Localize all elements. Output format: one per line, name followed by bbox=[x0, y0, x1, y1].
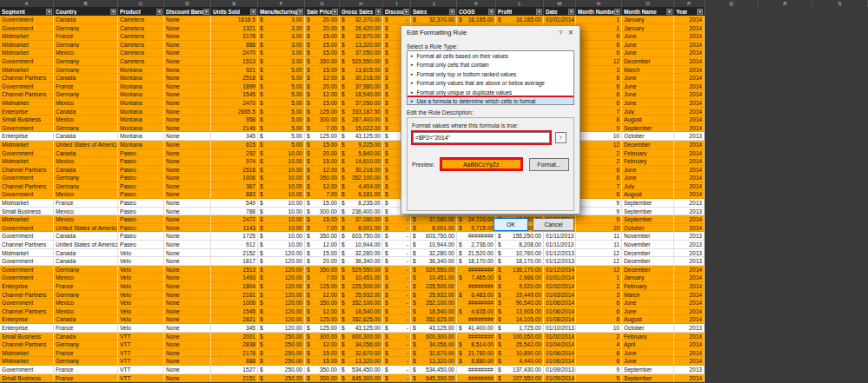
cell[interactable]: 11 bbox=[576, 232, 622, 241]
cell[interactable]: $5.00 bbox=[258, 108, 305, 116]
cell[interactable]: $12.00 bbox=[305, 340, 340, 349]
cell[interactable]: 01/06/2014 bbox=[544, 299, 576, 307]
cell[interactable]: 1493 bbox=[211, 274, 258, 282]
cell[interactable]: $5.00 bbox=[258, 83, 305, 91]
cell[interactable]: 9 bbox=[576, 215, 622, 224]
cell[interactable]: $4,635.00 bbox=[457, 307, 496, 316]
cell[interactable]: $10.00 bbox=[258, 182, 305, 191]
cell[interactable]: $125.00 bbox=[305, 132, 340, 141]
cell[interactable]: $10,890.00 bbox=[496, 349, 544, 358]
cell[interactable]: 6 bbox=[576, 90, 622, 99]
cell[interactable]: $5.00 bbox=[258, 90, 305, 99]
column-letter-R[interactable]: R bbox=[759, 0, 812, 7]
cell[interactable]: France bbox=[54, 324, 118, 333]
cell[interactable]: $600,300.00 bbox=[411, 333, 457, 341]
cell[interactable]: $225,500.00 bbox=[411, 282, 457, 291]
cell[interactable]: $3.00 bbox=[258, 49, 305, 57]
cell[interactable]: Paseo bbox=[118, 182, 164, 191]
cell[interactable]: $18,170.00 bbox=[496, 257, 544, 266]
cell[interactable]: $5.00 bbox=[258, 116, 305, 124]
cell[interactable]: France bbox=[54, 374, 118, 383]
cell[interactable]: None bbox=[164, 116, 211, 124]
cell[interactable]: Canada bbox=[54, 249, 118, 258]
cell[interactable]: November bbox=[622, 241, 674, 249]
cell[interactable]: $250.00 bbox=[258, 333, 305, 341]
cell[interactable]: 01/12/2013 bbox=[544, 257, 576, 266]
cell[interactable]: $10.00 bbox=[258, 241, 305, 249]
cell[interactable]: 6 bbox=[576, 299, 622, 307]
cell[interactable]: Carretera bbox=[118, 16, 164, 24]
cell[interactable]: February bbox=[622, 149, 674, 158]
cell[interactable]: $15.00 bbox=[305, 32, 340, 41]
cell[interactable]: VTT bbox=[118, 349, 164, 358]
cell[interactable]: $15.00 bbox=[305, 215, 340, 224]
cell[interactable]: None bbox=[164, 291, 211, 300]
header-sales[interactable]: Sales▼ bbox=[411, 7, 457, 16]
filter-icon[interactable]: ▼ bbox=[449, 9, 455, 15]
cell[interactable]: Channel Partners bbox=[0, 166, 54, 175]
cell[interactable]: 1006 bbox=[211, 299, 258, 307]
column-letter-S[interactable]: S bbox=[812, 0, 868, 7]
cell[interactable]: Paseo bbox=[118, 215, 164, 224]
cell[interactable]: 2838 bbox=[211, 340, 258, 349]
cell[interactable]: Government bbox=[0, 366, 54, 374]
cell[interactable]: Canada bbox=[54, 132, 118, 141]
cell[interactable]: Channel Partners bbox=[0, 340, 54, 349]
cell[interactable]: 883 bbox=[211, 190, 258, 199]
cell[interactable]: Velo bbox=[118, 249, 164, 258]
cell[interactable]: $352,100.00 bbox=[340, 299, 383, 307]
header-discount-band[interactable]: Discount Band▼ bbox=[164, 7, 211, 16]
cell[interactable]: $10.00 bbox=[258, 232, 305, 241]
cell[interactable]: 367 bbox=[211, 182, 258, 191]
cell[interactable]: $250.00 bbox=[258, 349, 305, 358]
cell[interactable]: Carretera bbox=[118, 49, 164, 57]
cell[interactable]: None bbox=[164, 141, 211, 149]
cell[interactable]: 6 bbox=[576, 41, 622, 50]
cell[interactable]: $10,944.00 bbox=[411, 241, 457, 249]
cell[interactable]: $120.00 bbox=[258, 299, 305, 307]
cell[interactable]: 10 bbox=[576, 324, 622, 333]
cell[interactable]: 2013 bbox=[674, 324, 705, 333]
cell[interactable]: Enterprise bbox=[0, 315, 54, 324]
cell[interactable]: 2014 bbox=[674, 374, 705, 383]
cell[interactable]: $16,185.00 bbox=[496, 16, 544, 24]
cell[interactable]: $5.00 bbox=[258, 124, 305, 133]
cell[interactable]: $18,540.00 bbox=[340, 90, 383, 99]
cell[interactable]: $136,170.00 bbox=[496, 266, 544, 274]
cell[interactable]: $600,300.00 bbox=[340, 333, 383, 341]
cell[interactable]: Canada bbox=[54, 149, 118, 158]
cell[interactable]: 1804 bbox=[211, 282, 258, 291]
cell[interactable]: $32,280.00 bbox=[340, 249, 383, 258]
cell[interactable]: $8,514.00 bbox=[457, 340, 496, 349]
cell[interactable]: None bbox=[164, 333, 211, 341]
cell[interactable]: None bbox=[164, 166, 211, 175]
cell[interactable]: Small Business bbox=[0, 208, 54, 216]
cell[interactable]: Montana bbox=[118, 66, 164, 75]
cell[interactable]: Montana bbox=[118, 74, 164, 83]
filter-icon[interactable]: ▼ bbox=[250, 9, 256, 15]
cell[interactable]: $25,542.00 bbox=[496, 340, 544, 349]
cell[interactable]: $10.00 bbox=[258, 224, 305, 233]
cell[interactable]: 01/03/2014 bbox=[544, 291, 576, 300]
cell[interactable]: 2470 bbox=[211, 49, 258, 57]
cell[interactable]: 2014 bbox=[674, 166, 705, 175]
cell[interactable]: $10,944.00 bbox=[340, 241, 383, 249]
cell[interactable]: $34,056.00 bbox=[411, 340, 457, 349]
cell[interactable]: $32,670.00 bbox=[411, 349, 457, 358]
cell[interactable]: $2,986.00 bbox=[496, 274, 544, 282]
cell[interactable]: $15.00 bbox=[305, 99, 340, 108]
cell[interactable]: None bbox=[164, 224, 211, 233]
cell[interactable]: Midmarket bbox=[0, 41, 54, 50]
header-country[interactable]: Country▼ bbox=[54, 7, 118, 16]
cell[interactable]: $125.00 bbox=[305, 315, 340, 324]
cell[interactable]: France bbox=[54, 199, 118, 208]
cell[interactable]: $13,320.00 bbox=[340, 41, 383, 50]
cell[interactable]: Mexico bbox=[54, 190, 118, 199]
cell[interactable]: Carretera bbox=[118, 24, 164, 33]
cell[interactable]: $13,905.00 bbox=[496, 307, 544, 316]
cell[interactable]: 2014 bbox=[674, 340, 705, 349]
cell[interactable]: 2014 bbox=[674, 224, 705, 233]
cell[interactable]: $10,451.00 bbox=[411, 274, 457, 282]
cell[interactable]: $32,670.00 bbox=[340, 349, 383, 358]
filter-icon[interactable]: ▼ bbox=[375, 9, 381, 15]
